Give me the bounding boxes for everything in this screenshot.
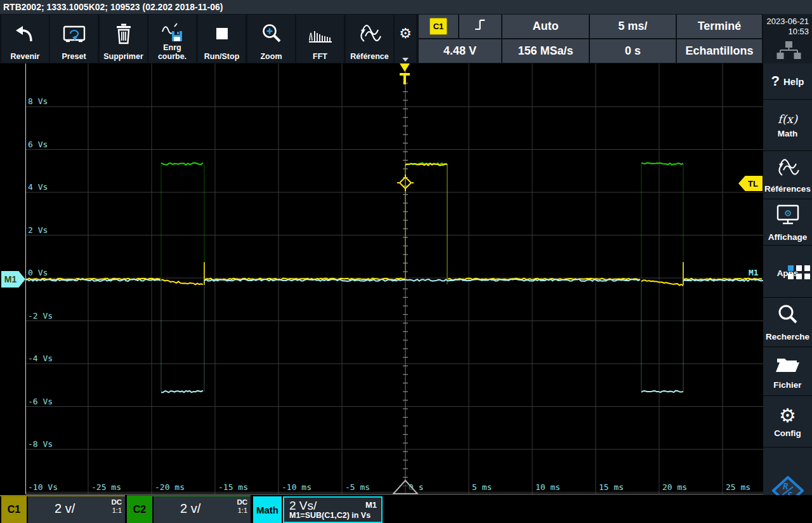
channel2-settings-panel[interactable]: 2 v/ DC 1:1 [154, 496, 251, 523]
svg-text:-2 Vs: -2 Vs [28, 311, 53, 321]
sidebar-item-math[interactable]: f(x)Math [763, 100, 812, 151]
math-ref-label: M1 [365, 500, 377, 510]
svg-text:2 Vs: 2 Vs [28, 225, 48, 235]
svg-text:25 ms: 25 ms [726, 482, 750, 492]
zoom-button[interactable]: Zoom [247, 15, 295, 63]
trace-c1 [641, 281, 683, 286]
trigger-position-marker[interactable] [399, 63, 410, 86]
run-stop-icon [198, 20, 246, 48]
svg-text:-25 ms: -25 ms [91, 482, 121, 492]
channel1-settings-panel[interactable]: 2 v/ DC 1:1 [28, 496, 125, 523]
sidebar-item-help[interactable]: ?Help [763, 63, 812, 100]
trigger-mode-cell[interactable]: Auto [502, 15, 589, 38]
graticule-canvas: 8 Vs6 Vs4 Vs2 Vs0 Vs-2 Vs-4 Vs-6 Vs-8 Vs… [25, 63, 763, 495]
network-icon [775, 41, 802, 63]
svg-text:6 Vs: 6 Vs [28, 140, 48, 149]
math-tab[interactable]: Math [253, 496, 282, 523]
c1-probe: 1:1 [111, 506, 122, 515]
fft-icon [296, 20, 344, 48]
preset-icon [50, 20, 98, 48]
graticule-area: 8 Vs6 Vs4 Vs2 Vs0 Vs-2 Vs-4 Vs-6 Vs-8 Vs… [25, 63, 763, 495]
trace-c1 [161, 280, 203, 285]
svg-text:-5 ms: -5 ms [345, 482, 370, 492]
file-icon [775, 354, 801, 377]
enrg-courbe-button[interactable]: Enrg courbe. [148, 15, 196, 63]
m1-right-label: M1 [749, 268, 759, 277]
svg-text:0 Vs: 0 Vs [28, 268, 48, 277]
acquisition-mode-cell[interactable]: Echantillons [677, 39, 762, 63]
channel1-tab[interactable]: C1 [1, 496, 27, 523]
svg-text:20 ms: 20 ms [662, 482, 687, 492]
svg-text:-8 Vs: -8 Vs [28, 439, 53, 449]
references-icon [775, 157, 801, 181]
preset-button[interactable]: Preset [50, 15, 98, 63]
svg-text:4 Vs: 4 Vs [28, 182, 48, 192]
reference-button[interactable]: Référence [346, 15, 393, 63]
svg-text:-6 Vs: -6 Vs [28, 397, 53, 406]
c2-probe: 1:1 [237, 506, 247, 515]
math-settings-panel[interactable]: 2 Vs/ M1 M1=SUB(C1,C2) in Vs [283, 496, 383, 523]
trigger-slope-cell[interactable] [459, 15, 501, 38]
sidebar-item-affichage[interactable]: ⚙Affichage [763, 200, 812, 246]
svg-text:-4 Vs: -4 Vs [28, 354, 53, 363]
trace-m1 [161, 390, 203, 392]
display-icon: ⚙ [775, 204, 801, 229]
sidebar-item-recherche[interactable]: Recherche [763, 298, 812, 347]
svg-text:-20 ms: -20 ms [155, 482, 185, 492]
revenir-icon [1, 20, 49, 48]
trace-m1 [25, 279, 160, 281]
revenir-button[interactable]: Revenir [1, 15, 49, 63]
run-stop-button[interactable]: Run/Stop [198, 15, 246, 63]
timebase-cell[interactable]: 5 ms/ [590, 15, 676, 38]
sidebar-item-apps[interactable]: Apps [763, 246, 812, 298]
trace-c2 [161, 162, 203, 165]
settings-button[interactable]: ⚙ [395, 15, 416, 63]
datetime: 2023-06-21 10:53 [767, 17, 809, 37]
time: 10:53 [767, 27, 809, 37]
config-gear-icon: ⚙ [779, 406, 796, 425]
acquisition-state-cell[interactable]: Terminé [677, 15, 762, 38]
trace-m1 [204, 279, 640, 281]
sidebar-item-fichier[interactable]: Fichier [763, 348, 812, 396]
trigger-level-cell[interactable]: 4.48 V [419, 39, 501, 63]
reference-icon [346, 20, 393, 48]
trigger-level-diamond-marker[interactable] [397, 175, 414, 194]
fft-button[interactable]: FFT [296, 15, 344, 63]
sample-rate-cell[interactable]: 156 MSa/s [502, 39, 589, 63]
trace-c2 [641, 163, 683, 165]
svg-text:-10 Vs: -10 Vs [28, 482, 58, 492]
math-icon: f(x) [778, 112, 797, 126]
svg-text:-10 ms: -10 ms [282, 482, 311, 492]
supprimer-icon [100, 20, 147, 48]
device-title-bar: RTB2002; 1333.1005K02; 109523 (02.202 20… [0, 0, 812, 14]
supprimer-button[interactable]: Supprimer [100, 15, 147, 63]
trace-m1 [641, 391, 683, 393]
m1-reference-tag[interactable]: M1 [1, 271, 25, 288]
trigger-arrow-icon [400, 63, 410, 72]
chevron-down-icon [402, 58, 409, 62]
horizontal-position-cell[interactable]: 0 s [590, 39, 676, 63]
trigger-source-cell[interactable]: C1 [419, 15, 458, 38]
sidebar-menu: ?Helpf(x)MathRéférences⚙AffichageAppsRec… [763, 63, 812, 523]
channel-bar: C1 2 v/ DC 1:1 C2 2 v/ DC 1:1 Math 2 Vs/… [0, 495, 812, 523]
sidebar-item-config[interactable]: ⚙Config [763, 397, 812, 447]
sidebar-item-references[interactable]: Références [763, 152, 812, 199]
svg-text:15 ms: 15 ms [599, 482, 624, 492]
svg-text:5 ms: 5 ms [472, 482, 492, 492]
oscilloscope-screen: RTB2002; 1333.1005K02; 109523 (02.202 20… [0, 0, 812, 523]
c2-coupling: DC [237, 498, 247, 506]
channel-badge[interactable]: C1 [429, 18, 447, 35]
svg-text:10 ms: 10 ms [535, 482, 560, 492]
search-icon [776, 303, 799, 329]
help-icon: ? [771, 73, 780, 89]
zoom-icon [247, 20, 295, 48]
channel2-tab[interactable]: C2 [127, 496, 152, 523]
svg-text:8 Vs: 8 Vs [28, 96, 48, 106]
c2-scale: 2 v/ [180, 501, 200, 516]
c1-scale: 2 v/ [55, 501, 75, 516]
math-definition: M1=SUB(C1,C2) in Vs [289, 511, 370, 520]
gear-icon: ⚙ [395, 20, 416, 48]
svg-text:⚙: ⚙ [784, 206, 790, 219]
date: 2023-06-21 [767, 17, 809, 27]
svg-text:-15 ms: -15 ms [218, 482, 248, 492]
